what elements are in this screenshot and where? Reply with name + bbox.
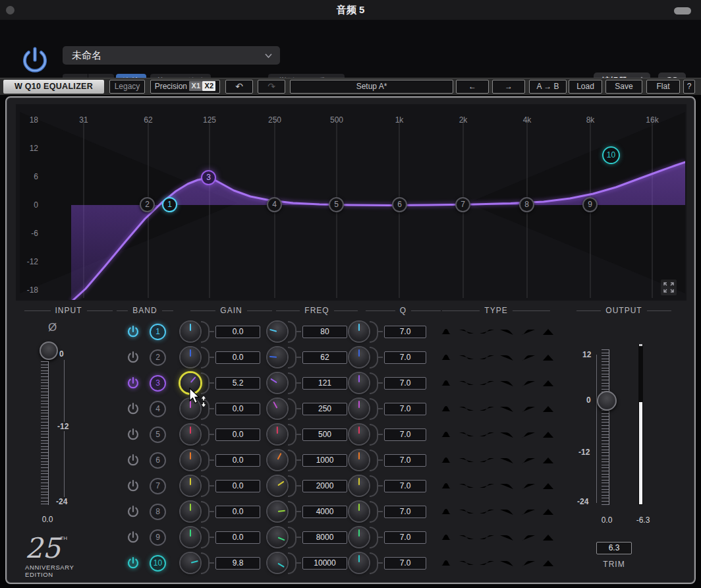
low-shelf-icon[interactable] [459, 481, 474, 490]
gain-value[interactable]: 0.0 [215, 531, 260, 544]
gain-value[interactable]: 0.0 [215, 506, 260, 518]
q-knob[interactable] [349, 476, 369, 496]
q-knob[interactable] [349, 322, 369, 341]
high-pass-icon[interactable] [520, 481, 536, 490]
low-shelf-icon[interactable] [459, 456, 474, 465]
q-value[interactable]: 7.0 [384, 506, 426, 518]
low-shelf-icon[interactable] [459, 404, 474, 413]
band-pass-icon[interactable] [540, 327, 556, 336]
band-4-graph-handle[interactable]: 4 [267, 197, 282, 212]
gain-value[interactable]: 0.0 [215, 428, 260, 441]
gain-value[interactable]: 0.0 [215, 454, 260, 467]
high-shelf-icon[interactable] [479, 327, 495, 336]
q-knob[interactable] [349, 553, 369, 573]
gain-knob[interactable] [181, 527, 200, 547]
band-pass-icon[interactable] [540, 456, 556, 465]
band-select-button[interactable]: 2 [150, 349, 166, 366]
band-pass-icon[interactable] [540, 404, 556, 413]
band-2-graph-handle[interactable]: 2 [140, 197, 155, 212]
preset-select[interactable]: 未命名 [63, 46, 280, 65]
band-9-graph-handle[interactable]: 9 [582, 197, 598, 212]
high-shelf-icon[interactable] [479, 481, 495, 490]
q-knob[interactable] [349, 347, 369, 367]
low-pass-icon[interactable] [499, 456, 515, 465]
bell-icon[interactable] [438, 533, 454, 542]
bypass-power-icon[interactable] [20, 45, 50, 79]
gain-knob[interactable] [181, 347, 200, 367]
gain-value[interactable]: 9.8 [215, 557, 260, 570]
band-select-button[interactable]: 3 [150, 375, 166, 392]
high-pass-icon[interactable] [520, 558, 536, 568]
gain-knob[interactable] [181, 476, 200, 496]
low-shelf-icon[interactable] [459, 533, 474, 542]
high-pass-icon[interactable] [520, 378, 536, 388]
bell-icon[interactable] [438, 404, 454, 413]
band-pass-icon[interactable] [540, 558, 556, 568]
band-pass-icon[interactable] [540, 507, 556, 516]
redo-toolbar-button[interactable]: ↷ [258, 80, 285, 94]
freq-knob[interactable] [267, 476, 287, 496]
high-shelf-icon[interactable] [479, 456, 495, 465]
q-knob[interactable] [349, 527, 369, 547]
low-pass-icon[interactable] [499, 430, 515, 439]
freq-value[interactable]: 500 [302, 428, 347, 441]
bell-icon[interactable] [438, 456, 454, 465]
freq-knob[interactable] [267, 553, 287, 573]
band-1-graph-handle[interactable]: 1 [162, 197, 177, 212]
freq-value[interactable]: 62 [302, 351, 347, 364]
low-shelf-icon[interactable] [459, 353, 474, 362]
band-pass-icon[interactable] [540, 430, 556, 439]
q-value[interactable]: 7.0 [384, 531, 426, 544]
band-select-button[interactable]: 5 [150, 426, 166, 443]
low-pass-icon[interactable] [499, 533, 515, 542]
precision-x1-chip[interactable]: X1 [189, 81, 202, 91]
a-to-b-button[interactable]: A → B [529, 80, 567, 94]
freq-value[interactable]: 10000 [302, 557, 347, 570]
high-pass-icon[interactable] [520, 327, 536, 336]
gain-knob[interactable] [181, 425, 200, 444]
q-value[interactable]: 7.0 [384, 428, 426, 441]
gain-knob[interactable] [181, 553, 200, 573]
low-pass-icon[interactable] [499, 558, 515, 568]
gain-value[interactable]: 0.0 [215, 480, 260, 492]
band-power-button[interactable] [126, 479, 140, 493]
high-pass-icon[interactable] [520, 533, 536, 542]
bell-icon[interactable] [438, 353, 454, 362]
gain-value[interactable]: 0.0 [215, 403, 260, 415]
freq-knob[interactable] [267, 399, 287, 419]
low-shelf-icon[interactable] [459, 558, 474, 568]
band-select-button[interactable]: 9 [150, 529, 166, 546]
freq-knob[interactable] [267, 322, 287, 341]
bell-icon[interactable] [438, 507, 454, 516]
q-value[interactable]: 7.0 [384, 326, 426, 338]
freq-knob[interactable] [267, 425, 287, 444]
q-value[interactable]: 7.0 [384, 557, 426, 570]
bell-icon[interactable] [438, 378, 454, 388]
low-pass-icon[interactable] [499, 481, 515, 490]
q-value[interactable]: 7.0 [384, 454, 426, 467]
high-shelf-icon[interactable] [479, 533, 495, 542]
freq-value[interactable]: 80 [302, 326, 347, 338]
band-power-button[interactable] [126, 427, 140, 442]
high-shelf-icon[interactable] [479, 558, 495, 568]
freq-value[interactable]: 121 [302, 377, 347, 390]
high-shelf-icon[interactable] [479, 404, 495, 413]
q-value[interactable]: 7.0 [384, 377, 426, 390]
bell-icon[interactable] [438, 481, 454, 490]
band-select-button[interactable]: 6 [150, 452, 166, 469]
window-zoom-control[interactable] [674, 7, 691, 15]
save-button[interactable]: Save [605, 80, 642, 94]
help-button[interactable]: ? [683, 80, 695, 94]
undo-toolbar-button[interactable]: ↶ [225, 80, 253, 94]
q-knob[interactable] [349, 425, 369, 444]
freq-knob[interactable] [267, 347, 287, 367]
prev-setup-button[interactable]: ← [456, 80, 489, 94]
band-select-button[interactable]: 8 [150, 504, 166, 520]
bell-icon[interactable] [438, 430, 454, 439]
band-power-button[interactable] [126, 376, 140, 390]
low-pass-icon[interactable] [499, 507, 515, 516]
low-shelf-icon[interactable] [459, 327, 474, 336]
q-value[interactable]: 7.0 [384, 351, 426, 364]
freq-knob[interactable] [267, 502, 287, 521]
q-value[interactable]: 7.0 [384, 480, 426, 492]
